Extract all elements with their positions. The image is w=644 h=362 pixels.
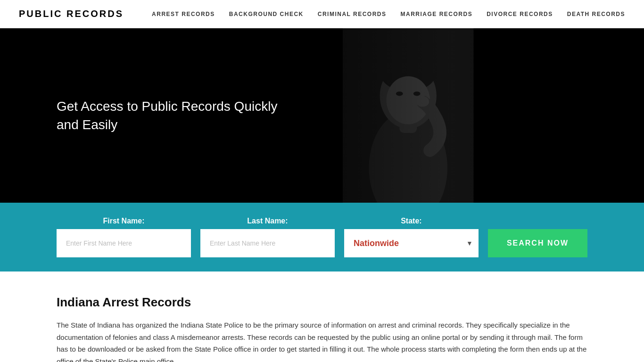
nav-marriage-records[interactable]: MARRIAGE RECORDS	[401, 11, 473, 17]
site-logo[interactable]: PUBLIC RECORDS	[19, 8, 124, 19]
nav-background-check[interactable]: BACKGROUND CHECK	[229, 11, 304, 17]
state-select-wrapper: NationwideAlabamaAlaskaArizonaArkansasCa…	[344, 229, 479, 257]
state-label: State:	[344, 217, 479, 225]
first-name-input[interactable]	[57, 229, 191, 257]
first-name-label: First Name:	[57, 217, 191, 225]
last-name-field: Last Name:	[200, 217, 335, 257]
search-section: First Name: Last Name: State: Nationwide…	[0, 203, 644, 272]
content-section: Indiana Arrest Records The State of Indi…	[0, 272, 644, 362]
state-field: State: NationwideAlabamaAlaskaArizonaArk…	[344, 217, 479, 257]
state-select[interactable]: NationwideAlabamaAlaskaArizonaArkansasCa…	[344, 229, 479, 257]
content-paragraph-1: The State of Indiana has organized the I…	[57, 319, 587, 362]
main-nav: ARREST RECORDS BACKGROUND CHECK CRIMINAL…	[152, 11, 625, 17]
header: PUBLIC RECORDS ARREST RECORDS BACKGROUND…	[0, 0, 644, 28]
content-title: Indiana Arrest Records	[57, 295, 587, 310]
hero-title: Get Access to Public Records Quickly and…	[57, 97, 292, 134]
nav-death-records[interactable]: DEATH RECORDS	[567, 11, 625, 17]
last-name-label: Last Name:	[200, 217, 335, 225]
nav-divorce-records[interactable]: DIVORCE RECORDS	[487, 11, 553, 17]
nav-criminal-records[interactable]: CRIMINAL RECORDS	[318, 11, 387, 17]
search-now-button[interactable]: SEARCH NOW	[488, 229, 587, 257]
first-name-field: First Name:	[57, 217, 191, 257]
hero-content: Get Access to Public Records Quickly and…	[0, 97, 292, 134]
hero-section: Get Access to Public Records Quickly and…	[0, 28, 644, 203]
last-name-input[interactable]	[200, 229, 335, 257]
nav-arrest-records[interactable]: ARREST RECORDS	[152, 11, 215, 17]
